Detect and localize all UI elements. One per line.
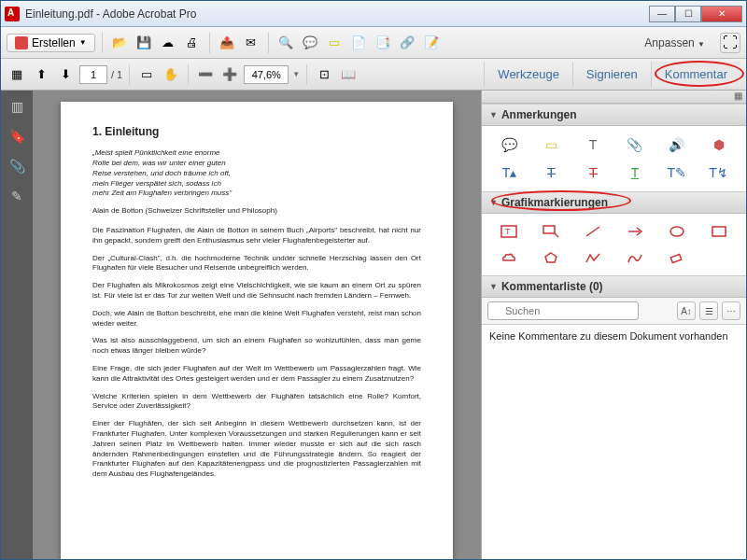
doc-paragraph: Was ist also ausschlaggebend, um sich an… — [92, 336, 421, 357]
text-correction-icon[interactable]: T↯ — [700, 161, 737, 184]
doc-heading: 1. Einleitung — [92, 124, 421, 139]
doc-paragraph: Welche Kriterien spielen in dem Wettbewe… — [92, 392, 421, 413]
svg-line-3 — [555, 233, 558, 237]
section-anmerkungen[interactable]: ▼ Anmerkungen — [482, 104, 746, 126]
search-wrap: 🔍 — [487, 301, 673, 320]
filter-button[interactable]: ☰ — [699, 301, 718, 320]
prev-page-icon[interactable]: ⬆ — [31, 64, 51, 85]
panel-menu-icon[interactable]: ▦ — [734, 91, 742, 103]
fit-icon[interactable]: ⊡ — [314, 64, 334, 85]
pdf-page: 1. Einleitung „Meist spielt Pünktlichkei… — [61, 102, 453, 559]
sort-button[interactable]: A↕ — [677, 301, 696, 320]
maximize-button[interactable]: ☐ — [675, 6, 701, 22]
audio-icon[interactable]: 🔊 — [658, 133, 695, 156]
rectangle-tool-icon[interactable] — [700, 221, 737, 242]
polygon-tool-icon[interactable] — [533, 247, 570, 268]
cloud-tool-icon[interactable] — [491, 247, 528, 268]
separator — [306, 64, 307, 85]
callout-tool-icon[interactable] — [533, 221, 570, 242]
svg-rect-7 — [712, 227, 726, 236]
collapse-arrow-icon: ▼ — [489, 282, 498, 291]
separator — [188, 64, 189, 85]
main-toolbar: Erstellen ▼ 📂 💾 ☁ 🖨 📤 ✉ 🔍 💬 ▭ 📄 📑 🔗 📝 An… — [1, 27, 746, 59]
svg-marker-8 — [545, 253, 557, 262]
add-note-icon[interactable]: T✎ — [658, 161, 695, 184]
read-icon[interactable]: 📖 — [338, 64, 359, 85]
window-buttons: — ☐ ✕ — [649, 6, 742, 22]
titlebar: Einleitung.pdf - Adobe Acrobat Pro — ☐ ✕ — [1, 1, 746, 27]
page-thumbs-icon[interactable]: ▦ — [7, 64, 27, 85]
comment-search-input[interactable] — [487, 301, 639, 320]
svg-rect-9 — [670, 254, 681, 262]
polyline-tool-icon[interactable] — [575, 247, 612, 268]
thumbnails-icon[interactable]: ▥ — [8, 98, 25, 115]
text-box-tool-icon[interactable]: T — [491, 221, 528, 242]
pencil-tool-icon[interactable] — [616, 247, 653, 268]
oval-tool-icon[interactable] — [658, 221, 695, 242]
close-button[interactable]: ✕ — [701, 6, 742, 22]
chevron-down-icon: ▼ — [698, 40, 705, 49]
create-label: Erstellen — [32, 36, 76, 49]
section-label: Kommentarliste (0) — [501, 280, 603, 293]
zoom-input[interactable] — [244, 65, 289, 84]
underline-icon[interactable]: T — [616, 161, 653, 184]
document-viewport[interactable]: 1. Einleitung „Meist spielt Pünktlichkei… — [33, 91, 481, 559]
eraser-tool-icon[interactable] — [658, 247, 695, 268]
attach-file-icon[interactable]: 📎 — [616, 133, 653, 156]
tool1-icon[interactable]: 📄 — [348, 33, 369, 53]
tab-werkzeuge[interactable]: Werkzeuge — [484, 62, 572, 87]
comment-icon[interactable]: 💬 — [300, 33, 320, 53]
separator — [129, 64, 130, 85]
svg-line-4 — [586, 227, 599, 236]
section-grafikmarkierungen[interactable]: ▼ Grafikmarkierungen — [482, 191, 746, 214]
chevron-down-icon[interactable]: ▼ — [292, 70, 300, 78]
strikethrough-icon[interactable]: T̶ — [575, 161, 612, 184]
highlight-icon[interactable]: ▭ — [324, 33, 345, 53]
next-page-icon[interactable]: ⬇ — [55, 64, 76, 85]
tab-kommentar[interactable]: Kommentar — [651, 62, 740, 87]
select-icon[interactable]: ▭ — [136, 64, 157, 85]
options-button[interactable]: ⋯ — [722, 301, 740, 320]
bookmarks-icon[interactable]: 🔖 — [8, 128, 25, 145]
create-button[interactable]: Erstellen ▼ — [7, 34, 95, 52]
separator — [268, 33, 269, 53]
svg-text:T: T — [505, 227, 511, 236]
cloud-icon[interactable]: ☁ — [158, 33, 178, 53]
tool4-icon[interactable]: 📝 — [421, 33, 442, 53]
print-icon[interactable]: 🖨 — [182, 33, 203, 53]
signatures-icon[interactable]: ✎ — [8, 188, 25, 204]
arrow-tool-icon[interactable] — [616, 221, 653, 242]
separator — [209, 33, 210, 53]
open-icon[interactable]: 📂 — [109, 33, 130, 53]
save-icon[interactable]: 💾 — [134, 33, 154, 53]
collapse-arrow-icon: ▼ — [489, 198, 498, 207]
replace-text-icon[interactable]: T̶ — [533, 161, 570, 184]
section-label: Grafikmarkierungen — [501, 196, 608, 209]
zoom-in-icon[interactable]: ➕ — [219, 64, 240, 85]
highlight-text-icon[interactable]: ▭ — [533, 133, 570, 156]
nav-toolbar: ▦ ⬆ ⬇ / 1 ▭ ✋ ➖ ➕ ▼ ⊡ 📖 Werkzeuge Signie… — [1, 59, 746, 91]
hand-icon[interactable]: ✋ — [161, 64, 181, 85]
tool2-icon[interactable]: 📑 — [373, 33, 393, 53]
tool3-icon[interactable]: 🔗 — [397, 33, 417, 53]
share-icon[interactable]: 📤 — [217, 33, 237, 53]
search-icon[interactable]: 🔍 — [275, 33, 296, 53]
minimize-button[interactable]: — — [649, 6, 675, 22]
mail-icon[interactable]: ✉ — [241, 33, 261, 53]
nav-strip: ▥ 🔖 📎 ✎ — [1, 91, 33, 559]
sticky-note-icon[interactable]: 💬 — [491, 133, 528, 156]
fullscreen-icon[interactable]: ⛶ — [720, 33, 740, 53]
tab-signieren[interactable]: Signieren — [572, 62, 651, 87]
insert-text-icon[interactable]: T▴ — [491, 161, 528, 184]
page-number-input[interactable] — [79, 65, 107, 84]
stamp-icon[interactable]: ⬢ — [700, 133, 737, 156]
zoom-out-icon[interactable]: ➖ — [195, 64, 216, 85]
section-kommentarliste[interactable]: ▼ Kommentarliste (0) — [482, 275, 746, 298]
doc-quote: „Meist spielt Pünktlichkeit eine enorme … — [92, 148, 421, 199]
svg-point-6 — [670, 227, 684, 236]
customize-button[interactable]: Anpassen ▼ — [639, 35, 711, 51]
text-box-icon[interactable]: T — [575, 133, 612, 156]
doc-paragraph: Die Faszination Flughafen, die Alain de … — [92, 226, 421, 246]
attachments-icon[interactable]: 📎 — [8, 158, 25, 175]
line-tool-icon[interactable] — [575, 221, 612, 242]
